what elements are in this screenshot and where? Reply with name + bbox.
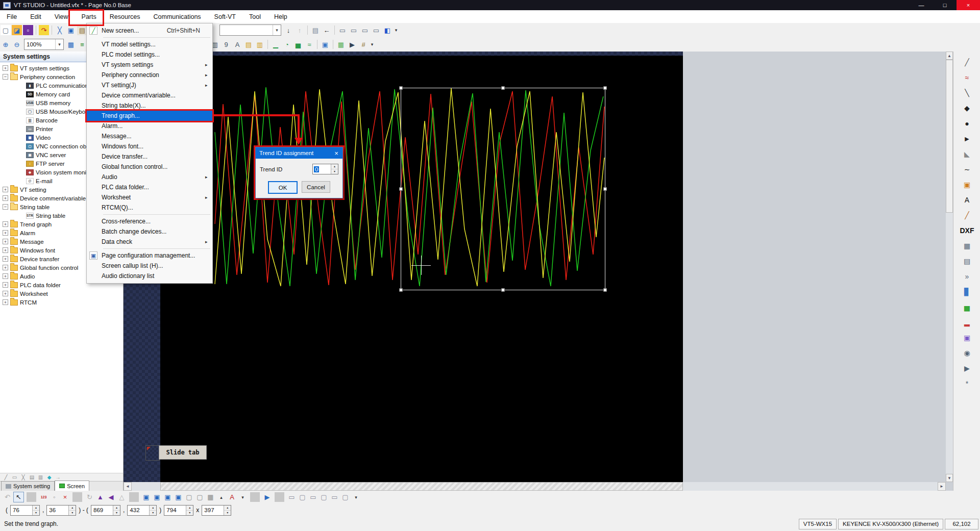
chart-red-icon[interactable] xyxy=(961,316,974,328)
font-change-icon[interactable] xyxy=(227,492,237,502)
save-icon[interactable] xyxy=(23,25,33,35)
ellipse-icon[interactable] xyxy=(961,117,974,130)
grid-icon[interactable] xyxy=(66,39,76,49)
horizontal-scrollbar[interactable]: ◄ ► xyxy=(124,482,946,491)
spinner-icon[interactable]: ▴▾ xyxy=(32,505,39,515)
selection-rectangle[interactable] xyxy=(401,88,605,290)
tree-item-rtcm[interactable]: + RTCM xyxy=(0,298,123,307)
tree-expander-icon[interactable]: + xyxy=(3,195,8,201)
tab-system-setting[interactable]: System setting xyxy=(1,481,55,491)
paste-icon[interactable] xyxy=(77,25,87,35)
snap-icon[interactable] xyxy=(77,39,87,49)
grid-part-icon[interactable] xyxy=(358,39,369,49)
movie-icon[interactable] xyxy=(961,362,974,374)
folder-part-icon[interactable] xyxy=(255,39,265,49)
selection-handle[interactable] xyxy=(603,288,607,292)
polygon-icon[interactable] xyxy=(961,102,974,114)
fill-color-icon[interactable] xyxy=(382,25,393,35)
menu-item-screen-callup-list[interactable]: Screen callup list (H)... xyxy=(87,261,212,271)
ok-button[interactable]: OK xyxy=(268,181,298,194)
spinner-icon[interactable]: ▴▾ xyxy=(331,164,338,174)
slide-thumbnail[interactable] xyxy=(145,445,160,461)
coordinate-input[interactable]: 36 ▴▾ xyxy=(46,505,76,516)
menu-item-periphery-connection[interactable]: Periphery connection xyxy=(87,70,212,80)
numeric-part-icon[interactable] xyxy=(221,39,231,49)
menu-item-cross-reference[interactable]: Cross-reference... xyxy=(87,216,212,226)
menu-item-audio-dictionary-list[interactable]: Audio dictionary list xyxy=(87,271,212,281)
tree-expander-icon[interactable]: + xyxy=(3,299,8,305)
menu-item-device-transfer[interactable]: Device transfer... xyxy=(87,151,212,162)
spinner-icon[interactable]: ▴▾ xyxy=(113,505,120,515)
slide-tab[interactable]: Slide tab xyxy=(159,445,207,460)
copy-icon[interactable] xyxy=(66,25,76,35)
menu-item-vt-setting-j[interactable]: VT setting(J) xyxy=(87,80,212,90)
horizontal-scroll-thumb[interactable] xyxy=(160,482,683,491)
menu-item-message[interactable]: Message... xyxy=(87,131,212,141)
scroll-left-icon[interactable]: ◄ xyxy=(124,482,132,491)
polyline-icon[interactable] xyxy=(961,87,974,99)
delete-part-icon[interactable] xyxy=(60,492,70,502)
video-part-icon[interactable] xyxy=(347,39,357,49)
layer-front-icon[interactable] xyxy=(337,25,348,35)
menu-item-vt-system-settings[interactable]: VT system settings xyxy=(87,60,212,70)
panel-pencil-icon[interactable] xyxy=(2,474,10,481)
tree-item-worksheet[interactable]: + Worksheet xyxy=(0,289,123,298)
zoom-in-icon[interactable] xyxy=(1,39,11,49)
coordinate-input[interactable]: 869 ▴▾ xyxy=(91,505,120,516)
combo-arrow-icon[interactable]: ▾ xyxy=(273,25,281,35)
coordinate-input[interactable]: 432 ▴▾ xyxy=(127,505,157,516)
table-tool-icon[interactable] xyxy=(961,255,974,267)
menu-item-rtcm[interactable]: RTCM(Q)... xyxy=(87,203,212,213)
window-part-icon[interactable] xyxy=(320,39,330,49)
zoom-combo[interactable]: 100%▾ xyxy=(24,39,64,50)
coordinate-input[interactable]: 76 ▴▾ xyxy=(10,505,40,516)
tree-expander-icon[interactable]: + xyxy=(3,256,8,262)
new-file-icon[interactable] xyxy=(1,25,11,35)
object-filter-combo[interactable]: ▾ xyxy=(219,24,281,36)
dialog-close-icon[interactable]: × xyxy=(330,147,342,159)
pointer-icon[interactable] xyxy=(13,492,24,502)
chart-green-icon[interactable] xyxy=(961,301,974,313)
document-part-icon[interactable] xyxy=(243,39,254,49)
trend-id-input[interactable]: 0 ▴▾ xyxy=(312,164,338,174)
select-object-icon[interactable] xyxy=(310,25,321,35)
tree-expander-icon[interactable]: + xyxy=(3,291,8,296)
tree-expander-icon[interactable]: + xyxy=(3,187,8,192)
close-button[interactable]: × xyxy=(957,0,980,10)
menu-parts[interactable]: Parts xyxy=(75,10,103,23)
device-dot-icon[interactable] xyxy=(50,492,59,502)
frame-select2-icon[interactable] xyxy=(195,492,205,502)
tree-expander-icon[interactable]: − xyxy=(3,74,8,80)
panel-paste-icon[interactable] xyxy=(37,474,44,481)
group-caret[interactable] xyxy=(216,492,226,502)
vertical-scroll-thumb[interactable] xyxy=(946,60,953,213)
flip-horizontal-icon[interactable] xyxy=(106,492,116,502)
text-tool-icon[interactable] xyxy=(961,194,974,206)
flip-vertical-icon[interactable] xyxy=(95,492,105,502)
menu-item-audio[interactable]: Audio xyxy=(87,172,212,182)
meter-part-icon[interactable] xyxy=(282,39,292,49)
spinner-icon[interactable]: ▴▾ xyxy=(186,505,193,515)
tree-expander-icon[interactable]: + xyxy=(3,282,8,288)
coordinate-input[interactable]: 794 ▴▾ xyxy=(164,505,193,516)
tree-expander-icon[interactable]: + xyxy=(3,239,8,244)
setsquare-icon[interactable] xyxy=(961,148,974,160)
open-file-icon[interactable] xyxy=(12,25,22,35)
transform1-icon[interactable] xyxy=(287,492,297,502)
menu-item-string-table[interactable]: String table(X)... xyxy=(87,100,212,111)
spline-icon[interactable] xyxy=(961,163,974,175)
order-forward-icon[interactable] xyxy=(163,492,173,502)
panel-cut-icon[interactable] xyxy=(19,474,27,481)
menu-edit[interactable]: Edit xyxy=(23,10,48,23)
menu-item-device-comment-variable[interactable]: Device comment/variable... xyxy=(87,90,212,100)
text-part-icon[interactable] xyxy=(232,39,242,49)
scroll-down-icon[interactable]: ▼ xyxy=(946,474,953,482)
tree-expander-icon[interactable]: + xyxy=(3,273,8,279)
combo-arrow-icon[interactable]: ▾ xyxy=(55,39,63,49)
tree-expander-icon[interactable]: + xyxy=(3,221,8,227)
frame-select1-icon[interactable] xyxy=(184,492,194,502)
tab-screen[interactable]: Screen xyxy=(55,481,89,491)
align-shape-icon[interactable] xyxy=(117,492,127,502)
selection-handle[interactable] xyxy=(399,288,403,292)
chevron-right-icon[interactable] xyxy=(961,270,974,283)
